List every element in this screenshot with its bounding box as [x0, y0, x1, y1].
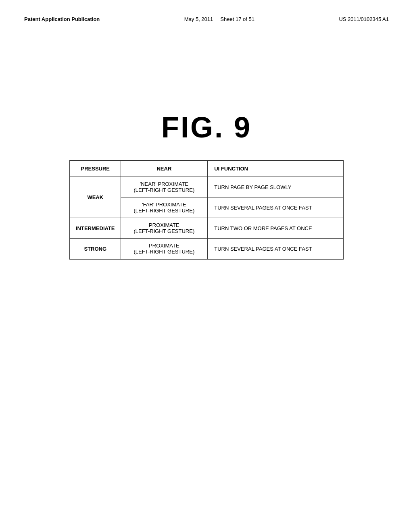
header-patent-number: US 2011/0102345 A1	[339, 16, 389, 22]
table-row: STRONG PROXIMATE(LEFT-RIGHT GESTURE) TUR…	[70, 239, 343, 260]
header-date: May 5, 2011	[184, 16, 213, 22]
table-row: WEAK 'NEAR' PROXIMATE(LEFT-RIGHT GESTURE…	[70, 177, 343, 197]
gesture-table: PRESSURE NEAR UI FUNCTION WEAK 'NEAR' PR…	[69, 160, 344, 260]
patent-page: Patent Application Publication May 5, 20…	[0, 0, 413, 532]
ui-turn-two-or-more: TURN TWO OR MORE PAGES AT ONCE	[208, 218, 343, 239]
header-sheet: Sheet 17 of 51	[220, 16, 254, 22]
near-proximate-intermediate: PROXIMATE(LEFT-RIGHT GESTURE)	[121, 218, 208, 239]
ui-turn-page-slowly: TURN PAGE BY PAGE SLOWLY	[208, 177, 343, 197]
figure-title: FIG. 9	[24, 111, 389, 144]
table-row: INTERMEDIATE PROXIMATE(LEFT-RIGHT GESTUR…	[70, 218, 343, 239]
col-header-near: NEAR	[121, 160, 208, 177]
page-header: Patent Application Publication May 5, 20…	[24, 16, 389, 22]
near-proximate-strong: PROXIMATE(LEFT-RIGHT GESTURE)	[121, 239, 208, 260]
near-far-proximate: 'FAR' PROXIMATE(LEFT-RIGHT GESTURE)	[121, 197, 208, 218]
near-near-proximate: 'NEAR' PROXIMATE(LEFT-RIGHT GESTURE)	[121, 177, 208, 197]
pressure-weak: WEAK	[70, 177, 121, 218]
table-header-row: PRESSURE NEAR UI FUNCTION	[70, 160, 343, 177]
ui-turn-several-fast-2: TURN SEVERAL PAGES AT ONCE FAST	[208, 239, 343, 260]
col-header-ui-function: UI FUNCTION	[208, 160, 343, 177]
pressure-strong: STRONG	[70, 239, 121, 260]
ui-turn-several-fast-1: TURN SEVERAL PAGES AT ONCE FAST	[208, 197, 343, 218]
col-header-pressure: PRESSURE	[70, 160, 121, 177]
data-table-container: PRESSURE NEAR UI FUNCTION WEAK 'NEAR' PR…	[69, 160, 344, 260]
pressure-intermediate: INTERMEDIATE	[70, 218, 121, 239]
header-date-sheet: May 5, 2011 Sheet 17 of 51	[184, 16, 254, 22]
header-publication-label: Patent Application Publication	[24, 16, 100, 22]
